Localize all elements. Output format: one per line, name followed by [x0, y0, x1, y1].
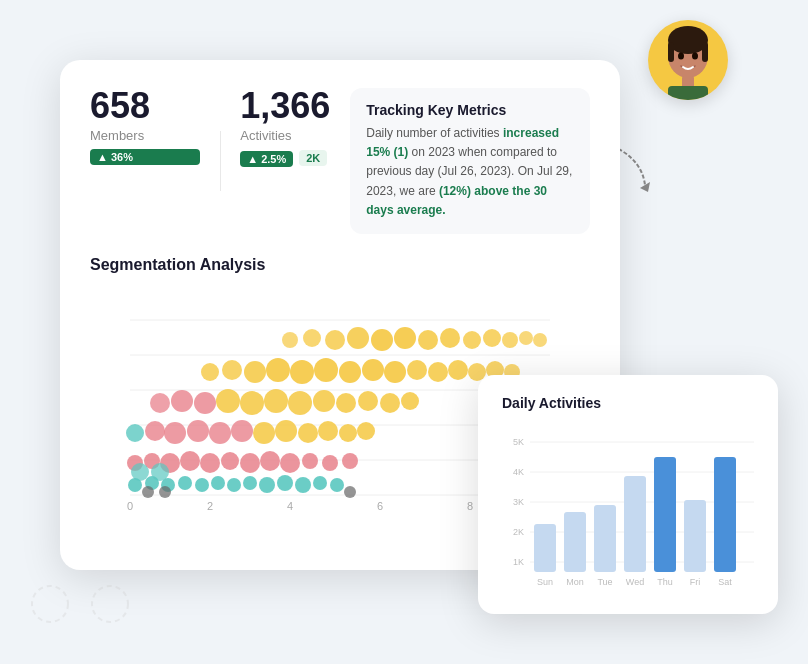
svg-point-127 — [92, 586, 128, 622]
svg-rect-122 — [684, 500, 706, 572]
svg-text:6: 6 — [377, 500, 383, 512]
svg-point-35 — [344, 486, 356, 498]
svg-point-45 — [302, 453, 318, 469]
members-metric: 658 Members ▲ 36% — [90, 88, 200, 165]
svg-text:4: 4 — [287, 500, 293, 512]
svg-point-4 — [678, 53, 684, 60]
svg-point-81 — [362, 359, 384, 381]
svg-text:2: 2 — [207, 500, 213, 512]
svg-point-28 — [259, 477, 275, 493]
svg-rect-116 — [594, 505, 616, 572]
svg-point-55 — [231, 420, 253, 442]
daily-activities-title: Daily Activities — [502, 395, 754, 411]
svg-point-82 — [384, 361, 406, 383]
svg-text:4K: 4K — [513, 467, 524, 477]
svg-rect-120 — [654, 457, 676, 572]
svg-point-33 — [142, 486, 154, 498]
svg-point-5 — [692, 53, 698, 60]
svg-rect-2 — [668, 42, 674, 62]
svg-text:Sat: Sat — [718, 577, 732, 587]
svg-point-67 — [264, 389, 288, 413]
svg-point-95 — [418, 330, 438, 350]
svg-point-54 — [209, 422, 231, 444]
svg-point-101 — [533, 333, 547, 347]
svg-point-47 — [342, 453, 358, 469]
svg-point-99 — [502, 332, 518, 348]
svg-point-58 — [298, 423, 318, 443]
svg-point-85 — [448, 360, 468, 380]
svg-point-90 — [303, 329, 321, 347]
svg-point-65 — [216, 389, 240, 413]
avatar — [648, 20, 728, 100]
svg-point-71 — [358, 391, 378, 411]
svg-text:Mon: Mon — [566, 577, 584, 587]
svg-text:Fri: Fri — [690, 577, 701, 587]
svg-point-73 — [401, 392, 419, 410]
activities-label: Activities — [240, 128, 350, 143]
svg-point-23 — [178, 476, 192, 490]
svg-point-61 — [357, 422, 375, 440]
decorative-dashes — [30, 574, 150, 634]
svg-point-98 — [483, 329, 501, 347]
svg-point-70 — [336, 393, 356, 413]
svg-point-24 — [195, 478, 209, 492]
svg-point-32 — [330, 478, 344, 492]
svg-rect-124 — [714, 457, 736, 572]
svg-rect-112 — [534, 524, 556, 572]
svg-point-94 — [394, 327, 416, 349]
svg-text:Thu: Thu — [657, 577, 673, 587]
svg-point-31 — [313, 476, 327, 490]
svg-text:Wed: Wed — [626, 577, 644, 587]
svg-point-26 — [227, 478, 241, 492]
svg-point-60 — [339, 424, 357, 442]
members-badge: ▲ 36% — [90, 149, 200, 165]
svg-text:2K: 2K — [513, 527, 524, 537]
svg-point-41 — [221, 452, 239, 470]
svg-point-93 — [371, 329, 393, 351]
segmentation-title: Segmentation Analysis — [90, 256, 590, 274]
svg-rect-118 — [624, 476, 646, 572]
tracking-highlight-2: (12%) above the 30 days average. — [366, 184, 547, 217]
activities-value: 1,366 — [240, 88, 350, 124]
bar-chart: 5K 4K 3K 2K 1K Sun Mon Tue Wed Thu Fri S… — [502, 427, 754, 592]
tracking-text: Daily number of activities increased 15%… — [366, 124, 574, 220]
svg-text:Sun: Sun — [537, 577, 553, 587]
svg-point-75 — [222, 360, 242, 380]
svg-point-57 — [275, 420, 297, 442]
svg-point-68 — [288, 391, 312, 415]
svg-point-30 — [295, 477, 311, 493]
svg-rect-7 — [668, 86, 708, 100]
svg-point-40 — [200, 453, 220, 473]
svg-point-63 — [171, 390, 193, 412]
svg-point-50 — [126, 424, 144, 442]
svg-text:5K: 5K — [513, 437, 524, 447]
svg-point-48 — [131, 463, 149, 481]
svg-point-79 — [314, 358, 338, 382]
svg-point-69 — [313, 390, 335, 412]
svg-point-89 — [282, 332, 298, 348]
svg-point-78 — [290, 360, 314, 384]
svg-point-66 — [240, 391, 264, 415]
svg-point-43 — [260, 451, 280, 471]
svg-point-34 — [159, 486, 171, 498]
svg-point-97 — [463, 331, 481, 349]
tracking-title: Tracking Key Metrics — [366, 102, 574, 118]
activities-metric: 1,366 Activities ▲ 2.5% 2K — [240, 88, 350, 167]
svg-point-83 — [407, 360, 427, 380]
svg-rect-114 — [564, 512, 586, 572]
svg-point-29 — [277, 475, 293, 491]
svg-text:8: 8 — [467, 500, 473, 512]
svg-point-64 — [194, 392, 216, 414]
svg-point-42 — [240, 453, 260, 473]
svg-point-74 — [201, 363, 219, 381]
tracking-box: Tracking Key Metrics Daily number of act… — [350, 88, 590, 234]
svg-point-59 — [318, 421, 338, 441]
svg-point-100 — [519, 331, 533, 345]
svg-point-56 — [253, 422, 275, 444]
metrics-row: 658 Members ▲ 36% 1,366 Activities ▲ 2.5… — [90, 88, 590, 234]
svg-point-91 — [325, 330, 345, 350]
activities-badge: ▲ 2.5% — [240, 151, 293, 167]
svg-text:Tue: Tue — [597, 577, 612, 587]
svg-point-27 — [243, 476, 257, 490]
svg-point-49 — [151, 463, 169, 481]
